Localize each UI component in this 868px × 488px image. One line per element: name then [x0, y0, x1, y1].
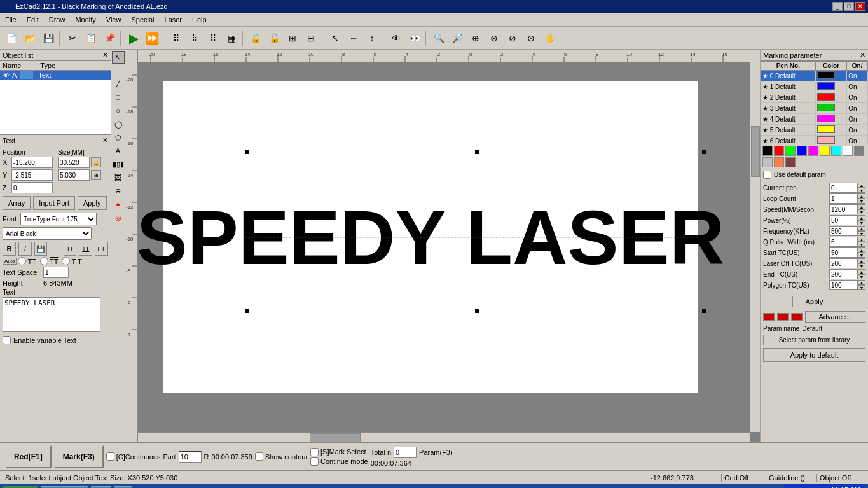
menu-modify[interactable]: Modify	[70, 15, 100, 25]
show-contour-check[interactable]	[255, 452, 263, 461]
image-tool[interactable]: 🖼	[112, 171, 125, 184]
qpulse-down[interactable]: ▼	[858, 242, 865, 247]
palette-yellow[interactable]	[820, 146, 830, 156]
hatch-btn[interactable]: ▦	[223, 29, 240, 47]
zoom-prev-btn[interactable]: ⊘	[504, 29, 521, 47]
h-scrollbar[interactable]	[138, 432, 750, 442]
menu-special[interactable]: Special	[126, 15, 159, 25]
palette-gray[interactable]	[854, 146, 864, 156]
group-btn[interactable]: ⊞	[284, 29, 301, 47]
endtc-down[interactable]: ▼	[858, 274, 865, 279]
power-down[interactable]: ▼	[858, 220, 865, 225]
text-space-input[interactable]	[43, 267, 69, 278]
adv-icon-3[interactable]	[791, 313, 803, 321]
menu-help[interactable]: Help	[187, 15, 212, 25]
advance-btn[interactable]: Advance...	[805, 311, 865, 323]
polygontc-up[interactable]: ▲	[858, 280, 865, 285]
handle-tm[interactable]	[475, 150, 479, 154]
starttc-up[interactable]: ▲	[858, 247, 865, 253]
text-area[interactable]: SPEEDY LASER	[3, 297, 101, 332]
red-laser2-tool[interactable]: ◎	[112, 211, 125, 224]
current-pen-input[interactable]	[829, 183, 858, 193]
text-panel-close[interactable]: ✕	[102, 136, 108, 144]
v-scrollbar[interactable]	[750, 62, 760, 432]
adv-icon-2[interactable]	[777, 313, 789, 321]
handle-tr[interactable]	[702, 150, 706, 154]
speed-down[interactable]: ▼	[858, 209, 865, 214]
zoom-tool[interactable]: ⊕	[112, 185, 125, 197]
power-input[interactable]	[829, 215, 858, 225]
current-pen-down[interactable]: ▼	[858, 188, 865, 193]
open-btn[interactable]: 📂	[21, 29, 39, 47]
lock-btn[interactable]: 🔒	[247, 29, 265, 47]
paste-btn[interactable]: 📌	[100, 29, 118, 47]
palette-magenta[interactable]	[808, 146, 818, 156]
pen-row-4[interactable]: ★ 4 Default On	[761, 114, 868, 125]
adv-icon-1[interactable]	[763, 313, 775, 321]
polygontc-input[interactable]	[829, 280, 858, 290]
pen-row-1[interactable]: ★ 1 Default On	[761, 81, 868, 92]
endtc-input[interactable]	[829, 269, 858, 279]
text-tool[interactable]: A	[112, 144, 125, 157]
text-scrollbar[interactable]	[100, 297, 108, 332]
use-default-check[interactable]	[763, 171, 771, 179]
zoom-pan-btn[interactable]: ✋	[541, 29, 558, 47]
dot-grid2-btn[interactable]: ⠷	[186, 29, 203, 47]
mark-circle-btn[interactable]: ⏩	[143, 29, 161, 47]
pen-row-5[interactable]: ★ 5 Default On	[761, 125, 868, 136]
pen-row-6[interactable]: ★ 6 Default On	[761, 136, 868, 144]
lock-aspect-btn[interactable]: 🔒	[91, 157, 101, 167]
speed-input[interactable]	[829, 204, 858, 214]
laseroff-input[interactable]	[829, 258, 858, 268]
flip-v-btn[interactable]: ↕	[363, 29, 381, 47]
palette-brown[interactable]	[785, 157, 796, 167]
starttc-down[interactable]: ▼	[858, 253, 865, 258]
palette-orange[interactable]	[774, 157, 784, 167]
palette-cyan[interactable]	[831, 146, 841, 156]
line-tool[interactable]: ╱	[112, 78, 125, 90]
marking-param-close[interactable]: ✕	[860, 51, 865, 59]
lock-pos-btn[interactable]: ⊞	[91, 170, 101, 180]
barcode-tool[interactable]: ▮▯▮	[112, 158, 125, 171]
font-type-select[interactable]: TrueType Font-175	[20, 213, 97, 225]
italic-btn[interactable]: I	[18, 242, 32, 256]
red-laser-tool[interactable]: ●	[112, 198, 125, 211]
pen-row-2[interactable]: ★ 2 Default On	[761, 92, 868, 103]
rect-tool[interactable]: □	[112, 91, 125, 104]
radio-tt2[interactable]	[40, 257, 48, 265]
loop-count-down[interactable]: ▼	[858, 199, 865, 204]
smark-check[interactable]	[310, 448, 319, 456]
handle-bl[interactable]	[245, 309, 249, 313]
flip-h-btn[interactable]: ↔	[345, 29, 362, 47]
z-input[interactable]	[11, 182, 53, 193]
unlock-btn[interactable]: 🔓	[265, 29, 283, 47]
palette-white[interactable]	[843, 146, 853, 156]
param-apply-btn[interactable]: Apply	[792, 296, 837, 307]
select-param-btn[interactable]: Select param from library	[763, 335, 865, 345]
enable-variable-check[interactable]	[3, 336, 11, 344]
save-font-btn[interactable]: 💾	[34, 242, 48, 256]
menu-view[interactable]: View	[101, 15, 127, 25]
eye-btn[interactable]: 👁	[387, 29, 405, 47]
object-row[interactable]: 👁 A Text	[0, 71, 111, 80]
loop-count-up[interactable]: ▲	[858, 193, 865, 199]
continuous-check[interactable]	[106, 452, 114, 461]
total-n-input[interactable]	[394, 447, 417, 458]
dot-grid3-btn[interactable]: ⠿	[204, 29, 222, 47]
apply-text-btn[interactable]: Apply	[78, 196, 107, 210]
height-input[interactable]	[58, 169, 90, 181]
current-pen-up[interactable]: ▲	[858, 183, 865, 188]
red-mark-btn[interactable]: Red[F1]	[5, 445, 52, 468]
text-align3[interactable]: TT	[95, 242, 108, 256]
mark-green-btn[interactable]: ▶	[125, 29, 142, 47]
palette-black[interactable]	[762, 146, 773, 156]
palette-green[interactable]	[785, 146, 796, 156]
polygontc-down[interactable]: ▼	[858, 285, 865, 290]
frequency-input[interactable]	[829, 226, 858, 236]
new-btn[interactable]: 📄	[3, 29, 20, 47]
loop-count-input[interactable]	[829, 193, 858, 204]
handle-tl[interactable]	[245, 150, 249, 154]
starttc-input[interactable]	[829, 247, 858, 258]
speed-up[interactable]: ▲	[858, 204, 865, 209]
ellipse-tool[interactable]: ◯	[112, 118, 125, 130]
